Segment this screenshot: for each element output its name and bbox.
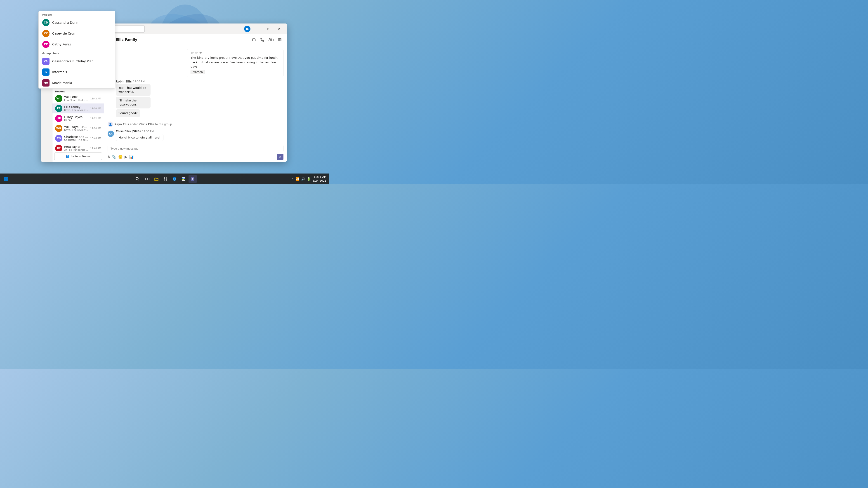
title-actions: ··· JE xyxy=(236,26,250,32)
dropdown-initials-casey: CC xyxy=(42,30,50,37)
chat-item-hilary[interactable]: HR Hilary Reyes Haha! 11:02 AM xyxy=(53,113,104,123)
chat-time-hilary: 11:02 AM xyxy=(90,117,101,120)
outgoing-bubble: 12:32 PM The itinerary looks great! I lo… xyxy=(187,49,283,77)
dropdown-name-informals: Informals xyxy=(52,70,67,74)
chat-name-hilary: Hilary Reyes xyxy=(64,115,89,119)
taskbar: T ⌃ 📶 🔊 🔋 11:11 AM 6/24/2021 xyxy=(0,173,329,184)
maximize-button[interactable]: □ xyxy=(263,25,274,33)
chat-item-ellis-family[interactable]: EF Ellis Family Kayo: The review went re… xyxy=(53,103,104,113)
chart-icon[interactable]: 📊 xyxy=(129,155,133,159)
robin-message-time: 12:33 PM xyxy=(133,80,145,83)
chat-preview-hilary: Haha! xyxy=(64,119,89,122)
svg-rect-9 xyxy=(278,38,281,41)
more-options-button[interactable]: ··· xyxy=(236,26,242,32)
taskbar-teams[interactable]: T xyxy=(188,175,197,183)
avatar-initials-reta: RT xyxy=(55,144,62,151)
recent-section-label: Recent xyxy=(53,89,104,94)
avatar-initials-hilary: HR xyxy=(55,115,62,122)
chat-item-charlotte[interactable]: CB Charlotte and Babak Charlotte: The cl… xyxy=(53,133,104,143)
chat-info-will: Will Little I don't see that being an is… xyxy=(64,95,89,102)
svg-rect-17 xyxy=(155,177,156,178)
chat-messages: 12:32 PM The itinerary looks great! I lo… xyxy=(104,45,287,143)
robin-msg-2: I'll make the reservations xyxy=(116,97,151,108)
dropdown-name-birthday: Cassandra's Birthday Plan xyxy=(52,59,94,63)
message-group-chris: CA Chris Ellis (SMS) 12:33 PM Hello! Nic… xyxy=(107,130,283,141)
avatar-will: WL xyxy=(55,95,62,102)
ramen-tag: *ramen xyxy=(191,70,205,74)
dropdown-name-cassandra-dunn: Cassandra Dunn xyxy=(52,21,78,24)
wifi-icon: 📶 xyxy=(296,177,299,181)
chat-time-will: 11:42 AM xyxy=(90,97,101,100)
taskbar-file-explorer[interactable] xyxy=(152,175,160,183)
phone-call-icon-btn[interactable] xyxy=(259,36,266,43)
chat-header-actions: 4 xyxy=(251,36,283,43)
more-chat-options[interactable] xyxy=(276,36,283,43)
svg-rect-19 xyxy=(166,177,167,179)
chat-name-will-kayo: Will, Kayo, Eric, +5 xyxy=(64,125,89,129)
dropdown-item-cassandra-dunn[interactable]: CD Cassandra Dunn xyxy=(39,17,115,28)
user-avatar[interactable]: JE xyxy=(244,26,250,32)
chat-item-will-kayo[interactable]: WK Will, Kayo, Eric, +5 Kayo: The review… xyxy=(53,123,104,133)
emoji-icon[interactable]: 🙂 xyxy=(118,155,123,159)
chat-name-ellis-family: Ellis Family xyxy=(64,105,89,109)
battery-icon: 🔋 xyxy=(307,177,311,181)
message-text-itinerary: The itinerary looks great! I love that y… xyxy=(191,56,280,60)
system-tray-chevron[interactable]: ⌃ xyxy=(292,178,293,180)
chat-info-hilary: Hilary Reyes Haha! xyxy=(64,115,89,122)
taskbar-datetime[interactable]: 11:11 AM 6/24/2021 xyxy=(312,175,327,183)
people-section-label: People xyxy=(39,11,115,17)
dropdown-initials-cassandra-dunn: CD xyxy=(42,19,50,26)
taskbar-center: T xyxy=(132,175,197,183)
avatar-will-kayo: WK xyxy=(55,125,62,132)
search-dropdown: People CD Cassandra Dunn CC Casey de Cru… xyxy=(38,11,115,89)
avatar-initials-ellis-family: EF xyxy=(55,105,62,112)
chat-item-will[interactable]: WL Will Little I don't see that being an… xyxy=(53,94,104,103)
window-controls: − □ ✕ xyxy=(252,25,284,33)
chat-main: EF Ellis Family xyxy=(104,34,287,162)
taskbar-search[interactable] xyxy=(132,175,143,183)
system-message: 👤 Kayo Ellis added Chris Ellis to the gr… xyxy=(107,122,283,127)
taskbar-store[interactable] xyxy=(180,175,188,183)
video-call-icon-btn[interactable] xyxy=(251,36,258,43)
chat-item-reta[interactable]: RT Reta Taylor Ah, ok I understand now. … xyxy=(53,143,104,151)
svg-rect-6 xyxy=(252,39,255,41)
invite-to-teams-button[interactable]: 👥 Invite to Teams xyxy=(54,153,102,160)
chris-sms-text: Hello! Nice to join y'all here! xyxy=(119,136,160,139)
message-group-robin: RE Robin Ellis 12:33 PM Yes! That would … xyxy=(107,80,283,117)
taskbar-widgets[interactable] xyxy=(161,175,169,183)
chat-time-charlotte: 10:48 AM xyxy=(90,137,101,140)
chat-info-ellis-family: Ellis Family Kayo: The review went reall… xyxy=(64,105,89,111)
svg-rect-27 xyxy=(182,179,184,181)
svg-rect-13 xyxy=(6,179,8,181)
format-icon[interactable]: A xyxy=(107,155,110,159)
start-button[interactable] xyxy=(2,175,10,183)
dropdown-avatar-informals: IN xyxy=(42,68,50,76)
attach-icon[interactable]: 📎 xyxy=(112,155,116,159)
dropdown-item-cathy-perez[interactable]: CP Cathy Perez xyxy=(39,39,115,50)
volume-icon: 🔊 xyxy=(301,177,305,181)
participants-button[interactable]: 4 xyxy=(267,36,275,43)
gif-icon[interactable]: ▶ xyxy=(125,155,127,159)
taskbar-task-view[interactable] xyxy=(143,175,151,183)
send-button[interactable]: ➤ xyxy=(277,154,283,160)
svg-rect-16 xyxy=(148,178,149,180)
chat-header: EF Ellis Family xyxy=(104,34,287,45)
dropdown-initials-movie-mania: MM xyxy=(42,79,50,87)
chat-info-reta: Reta Taylor Ah, ok I understand now. xyxy=(64,145,89,151)
dropdown-avatar-cassandra-dunn: CD xyxy=(42,19,50,26)
svg-rect-20 xyxy=(164,179,165,181)
svg-point-7 xyxy=(269,38,270,40)
dropdown-initials-birthday: CB xyxy=(42,58,50,65)
dropdown-item-informals[interactable]: IN Informals xyxy=(39,67,115,77)
dropdown-item-birthday-plan[interactable]: CB Cassandra's Birthday Plan xyxy=(39,56,115,67)
dropdown-item-casey-de-crum[interactable]: CC Casey de Crum xyxy=(39,28,115,39)
taskbar-browser[interactable] xyxy=(170,175,179,183)
dropdown-name-cathy: Cathy Perez xyxy=(52,42,71,46)
dropdown-item-movie-mania[interactable]: MM Movie Mania xyxy=(39,77,115,88)
chat-preview-will: I don't see that being an issue, can tak… xyxy=(64,99,89,102)
close-button[interactable]: ✕ xyxy=(274,25,284,33)
compose-toolbar: A 📎 🙂 ▶ 📊 ➤ xyxy=(107,154,283,160)
minimize-button[interactable]: − xyxy=(252,25,263,33)
svg-rect-28 xyxy=(184,179,185,181)
compose-input[interactable] xyxy=(107,145,283,152)
